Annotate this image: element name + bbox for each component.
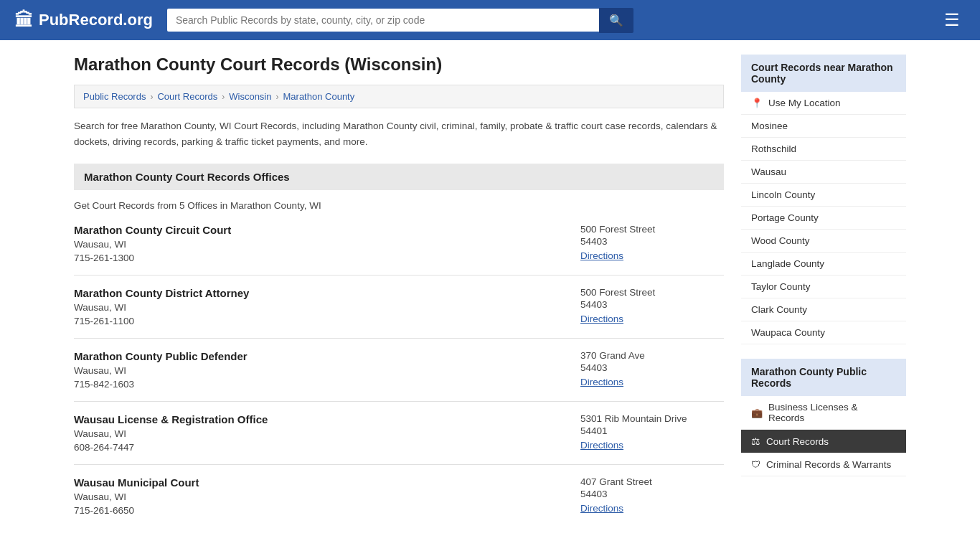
sidebar-item-nearby[interactable]: Lincoln County	[741, 184, 906, 207]
sidebar-item-public-record[interactable]: Court Records	[741, 430, 906, 453]
shield-icon	[751, 459, 760, 470]
office-zip: 54403	[580, 362, 724, 373]
sidebar: Court Records near Marathon County Use M…	[741, 55, 906, 539]
public-records-section: Marathon County Public Records Business …	[741, 359, 906, 476]
sidebar-item-label: Mosinee	[751, 121, 896, 131]
location-icon	[751, 98, 763, 108]
page-title: Marathon County Court Records (Wisconsin…	[74, 55, 724, 75]
office-info: Wausau License & Registration Office Wau…	[74, 413, 566, 453]
public-records-list: Business Licenses & Records Court Record…	[741, 396, 906, 476]
table-row: Marathon County Circuit Court Wausau, WI…	[74, 224, 724, 276]
office-info: Marathon County Circuit Court Wausau, WI…	[74, 224, 566, 263]
office-info: Marathon County Public Defender Wausau, …	[74, 350, 566, 390]
breadcrumb-wisconsin[interactable]: Wisconsin	[229, 91, 271, 102]
office-zip: 54401	[580, 425, 724, 436]
sidebar-item-label: Criminal Records & Warrants	[766, 459, 896, 470]
office-phone: 715-842-1603	[74, 379, 566, 390]
sidebar-item-public-record[interactable]: Criminal Records & Warrants	[741, 453, 906, 476]
directions-link[interactable]: Directions	[580, 503, 623, 514]
office-name: Marathon County Circuit Court	[74, 224, 566, 236]
office-name: Marathon County Public Defender	[74, 350, 566, 362]
office-name: Marathon County District Attorney	[74, 287, 566, 299]
public-records-section-title: Marathon County Public Records	[741, 359, 906, 396]
breadcrumb-sep-1: ›	[150, 92, 153, 102]
directions-link[interactable]: Directions	[580, 440, 623, 451]
search-bar: 🔍	[167, 8, 633, 33]
sidebar-item-nearby[interactable]: Wood County	[741, 230, 906, 253]
directions-link[interactable]: Directions	[580, 250, 623, 261]
sidebar-item-nearby[interactable]: Mosinee	[741, 115, 906, 138]
offices-list: Marathon County Circuit Court Wausau, WI…	[74, 224, 724, 527]
sidebar-item-nearby[interactable]: Portage County	[741, 207, 906, 230]
site-logo[interactable]: 🏛 PubRecord.org	[14, 9, 153, 32]
office-address: 5301 Rib Mountain Drive	[580, 413, 724, 424]
nearby-items-list: MosineeRothschildWausauLincoln CountyPor…	[741, 115, 906, 344]
sidebar-item-nearby[interactable]: Clark County	[741, 298, 906, 321]
office-city: Wausau, WI	[74, 302, 566, 313]
office-zip: 54403	[580, 236, 724, 247]
office-address-block: 370 Grand Ave 54403 Directions	[580, 350, 724, 390]
office-city: Wausau, WI	[74, 491, 566, 502]
office-zip: 54403	[580, 489, 724, 499]
search-input[interactable]	[167, 9, 599, 32]
use-my-location[interactable]: Use My Location	[741, 92, 906, 115]
page-description: Search for free Marathon County, WI Cour…	[74, 118, 724, 149]
office-address-block: 5301 Rib Mountain Drive 54401 Directions	[580, 413, 724, 453]
office-address: 500 Forest Street	[580, 287, 724, 298]
sidebar-item-public-record[interactable]: Business Licenses & Records	[741, 396, 906, 430]
office-address: 500 Forest Street	[580, 224, 724, 235]
sidebar-item-nearby[interactable]: Langlade County	[741, 253, 906, 276]
breadcrumb-public-records[interactable]: Public Records	[83, 91, 146, 102]
office-address: 407 Grant Street	[580, 476, 724, 487]
sidebar-item-label: Lincoln County	[751, 189, 896, 200]
logo-icon: 🏛	[14, 9, 33, 32]
sidebar-item-nearby[interactable]: Wausau	[741, 161, 906, 184]
nearby-section-title: Court Records near Marathon County	[741, 55, 906, 92]
office-phone: 715-261-6650	[74, 505, 566, 516]
breadcrumb-court-records[interactable]: Court Records	[157, 91, 217, 102]
nearby-section: Court Records near Marathon County Use M…	[741, 55, 906, 344]
office-address: 370 Grand Ave	[580, 350, 724, 361]
breadcrumb-marathon-county[interactable]: Marathon County	[283, 91, 355, 102]
office-name: Wausau License & Registration Office	[74, 413, 566, 425]
offices-section-header: Marathon County Court Records Offices	[74, 164, 724, 190]
sidebar-item-label: Portage County	[751, 212, 896, 223]
directions-link[interactable]: Directions	[580, 377, 623, 387]
office-info: Marathon County District Attorney Wausau…	[74, 287, 566, 326]
sidebar-item-label: Court Records	[766, 436, 896, 447]
directions-link[interactable]: Directions	[580, 314, 623, 324]
briefcase-icon	[751, 408, 763, 418]
office-zip: 54403	[580, 299, 724, 310]
breadcrumb-sep-2: ›	[222, 92, 225, 102]
sidebar-item-nearby[interactable]: Taylor County	[741, 276, 906, 298]
search-button[interactable]: 🔍	[599, 8, 633, 33]
main-container: Marathon County Court Records (Wisconsin…	[60, 40, 920, 551]
main-content: Marathon County Court Records (Wisconsin…	[74, 55, 724, 539]
office-phone: 715-261-1100	[74, 316, 566, 326]
sidebar-item-label: Taylor County	[751, 281, 896, 292]
table-row: Marathon County District Attorney Wausau…	[74, 287, 724, 339]
menu-button[interactable]: ☰	[938, 7, 966, 33]
office-phone: 715-261-1300	[74, 253, 566, 263]
office-city: Wausau, WI	[74, 239, 566, 250]
office-info: Wausau Municipal Court Wausau, WI 715-26…	[74, 476, 566, 516]
table-row: Wausau Municipal Court Wausau, WI 715-26…	[74, 476, 724, 527]
sidebar-item-label: Business Licenses & Records	[768, 402, 896, 423]
logo-text: PubRecord.org	[39, 11, 153, 29]
table-row: Wausau License & Registration Office Wau…	[74, 413, 724, 465]
sidebar-item-label: Wausau	[751, 166, 896, 177]
sidebar-item-label: Wood County	[751, 235, 896, 246]
office-city: Wausau, WI	[74, 428, 566, 439]
sidebar-item-nearby[interactable]: Waupaca County	[741, 321, 906, 344]
sidebar-item-label: Clark County	[751, 304, 896, 315]
office-address-block: 407 Grant Street 54403 Directions	[580, 476, 724, 516]
scales-icon	[751, 435, 760, 447]
table-row: Marathon County Public Defender Wausau, …	[74, 350, 724, 402]
sidebar-item-label: Waupaca County	[751, 327, 896, 338]
sidebar-item-nearby[interactable]: Rothschild	[741, 138, 906, 161]
office-address-block: 500 Forest Street 54403 Directions	[580, 224, 724, 263]
office-city: Wausau, WI	[74, 365, 566, 376]
use-location-label: Use My Location	[768, 98, 896, 108]
sidebar-item-label: Langlade County	[751, 258, 896, 269]
offices-count: Get Court Records from 5 Offices in Mara…	[74, 200, 724, 211]
